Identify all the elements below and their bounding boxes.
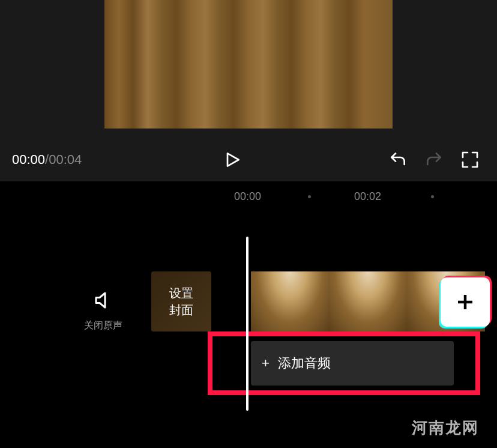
- fullscreen-button[interactable]: [455, 145, 485, 175]
- ruler-dot: [308, 195, 311, 198]
- mute-original-sound[interactable]: 关闭原声: [84, 289, 122, 332]
- playhead[interactable]: [246, 237, 248, 411]
- time-display: 00:00/00:04: [12, 152, 82, 168]
- clip-thumbnail: [329, 271, 407, 331]
- timeline-ruler[interactable]: 00:00 00:02: [0, 181, 497, 211]
- total-time: 00:04: [49, 152, 82, 167]
- plus-icon: +: [262, 356, 270, 371]
- ruler-mark: 00:02: [354, 190, 381, 203]
- play-button[interactable]: [217, 145, 247, 175]
- set-cover-button[interactable]: 设置封面: [151, 271, 211, 331]
- clip-thumbnail: [251, 271, 329, 331]
- video-preview-area: [0, 0, 497, 138]
- speaker-icon: [92, 289, 114, 313]
- undo-button[interactable]: [383, 145, 413, 175]
- redo-button: [419, 145, 449, 175]
- watermark-text: 河南龙网: [412, 417, 479, 438]
- cover-label: 设置封面: [169, 285, 193, 318]
- playback-controls: 00:00/00:04: [0, 138, 497, 181]
- ruler-mark: 00:00: [234, 190, 261, 203]
- add-audio-button[interactable]: + 添加音频: [251, 341, 454, 386]
- mute-label: 关闭原声: [84, 319, 122, 332]
- plus-icon: [454, 291, 476, 313]
- current-time: 00:00: [12, 152, 45, 167]
- video-preview[interactable]: [104, 0, 393, 129]
- timeline-area: 关闭原声 设置封面 + 添加音频 河南龙网: [0, 211, 497, 448]
- add-audio-label: 添加音频: [278, 354, 331, 372]
- ruler-dot: [431, 195, 434, 198]
- add-clip-button[interactable]: [441, 277, 490, 327]
